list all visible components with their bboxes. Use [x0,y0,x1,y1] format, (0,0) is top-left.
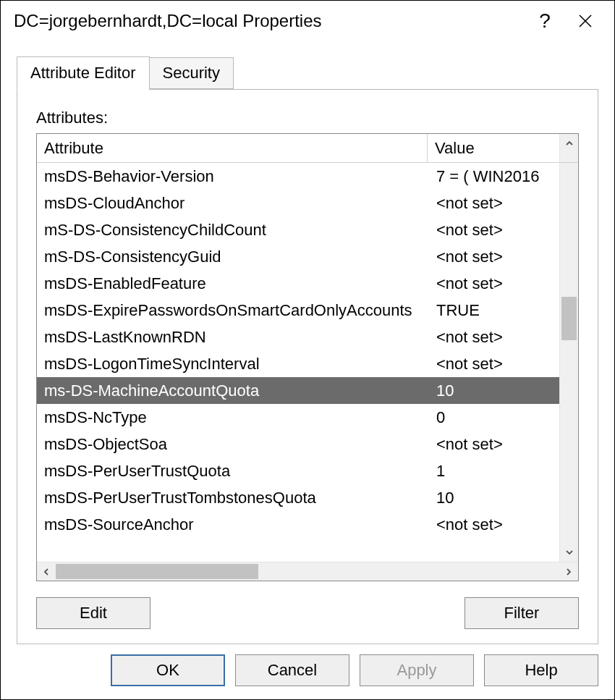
chevron-right-icon [564,568,573,576]
cell-attribute: msDS-LogonTimeSyncInterval [37,355,432,374]
cell-attribute: msDS-NcType [37,408,432,427]
column-header-value[interactable]: Value [428,134,559,163]
chevron-left-icon [42,568,51,576]
table-row[interactable]: msDS-PerUserTrustTombstonesQuota10 [37,484,559,511]
cell-value: <not set> [432,328,559,347]
button-label: Apply [396,661,436,680]
table-row[interactable]: ms-DS-MachineAccountQuota10 [37,377,559,404]
tab-security[interactable]: Security [149,57,234,89]
column-header-attribute[interactable]: Attribute [37,134,428,163]
cell-value: <not set> [432,248,559,266]
cell-attribute: ms-DS-MachineAccountQuota [37,381,432,400]
cell-attribute: msDS-SourceAnchor [37,515,432,534]
table-row[interactable]: msDS-EnabledFeature<not set> [37,270,559,297]
attributes-label: Attributes: [36,109,579,127]
cell-value: <not set> [432,435,559,454]
cell-value: TRUE [432,301,559,320]
cancel-button[interactable]: Cancel [235,654,349,686]
cell-value: <not set> [432,515,559,534]
cell-value: <not set> [432,355,559,374]
button-label: Filter [504,604,540,623]
tabstrip: Attribute Editor Security [17,57,598,89]
cell-value: <not set> [432,274,559,293]
help-button[interactable]: ? [525,1,565,41]
cell-value: <not set> [432,194,559,213]
cell-attribute: mS-DS-ConsistencyChildCount [37,221,432,240]
scroll-down-button[interactable] [560,543,578,562]
cell-attribute: msDS-Behavior-Version [37,167,432,186]
list-header: Attribute Value [37,134,578,163]
tab-label: Security [163,64,220,83]
close-icon [578,14,593,28]
ok-button[interactable]: OK [111,654,225,686]
attribute-editor-panel: Attributes: Attribute Value msDS-Behavio… [17,89,598,644]
properties-dialog: DC=jorgebernhardt,DC=local Properties ? … [0,0,615,700]
cell-attribute: msDS-PerUserTrustQuota [37,462,432,481]
table-row[interactable]: msDS-PerUserTrustQuota1 [37,457,559,484]
horizontal-scrollbar[interactable] [37,562,578,581]
table-row[interactable]: msDS-Behavior-Version7 = ( WIN2016 [37,163,559,190]
tab-label: Attribute Editor [30,64,136,83]
scroll-left-button[interactable] [37,562,56,581]
list-body: msDS-Behavior-Version7 = ( WIN2016msDS-C… [37,163,559,562]
cell-attribute: msDS-PerUserTrustTombstonesQuota [37,489,432,507]
hscroll-thumb[interactable] [56,564,258,579]
scroll-up-button[interactable] [560,134,578,153]
apply-button[interactable]: Apply [360,654,474,686]
table-row[interactable]: msDS-CloudAnchor<not set> [37,190,559,216]
table-row[interactable]: mS-DS-ConsistencyGuid<not set> [37,243,559,270]
panel-button-row: Edit Filter [36,597,579,629]
table-row[interactable]: msDS-SourceAnchor<not set> [37,511,559,538]
close-button[interactable] [565,1,606,41]
tab-attribute-editor[interactable]: Attribute Editor [17,56,150,90]
scroll-right-button[interactable] [559,562,578,581]
list-body-wrap: msDS-Behavior-Version7 = ( WIN2016msDS-C… [37,163,578,562]
cell-value: 10 [432,489,559,507]
vscroll-track[interactable] [560,163,578,543]
button-label: Help [525,661,557,680]
table-row[interactable]: msDS-NcType0 [37,404,559,431]
tab-container: Attribute Editor Security Attributes: At… [1,41,614,644]
dialog-button-row: OK Cancel Apply Help [1,644,614,699]
cell-attribute: msDS-ObjectSoa [37,435,432,454]
window-title: DC=jorgebernhardt,DC=local Properties [14,11,525,31]
cell-attribute: msDS-ExpirePasswordsOnSmartCardOnlyAccou… [37,301,432,320]
table-row[interactable]: msDS-LastKnownRDN<not set> [37,324,559,350]
cell-attribute: mS-DS-ConsistencyGuid [37,248,432,266]
table-row[interactable]: mS-DS-ConsistencyChildCount<not set> [37,216,559,243]
cell-attribute: msDS-CloudAnchor [37,194,432,213]
table-row[interactable]: msDS-ExpirePasswordsOnSmartCardOnlyAccou… [37,297,559,324]
cell-value: 10 [432,381,559,400]
button-label: OK [156,661,179,680]
help-button[interactable]: Help [484,654,598,686]
titlebar: DC=jorgebernhardt,DC=local Properties ? [1,1,614,41]
cell-value: 7 = ( WIN2016 [432,167,559,186]
cell-attribute: msDS-EnabledFeature [37,274,432,293]
cell-value: <not set> [432,221,559,240]
filter-button[interactable]: Filter [465,597,579,629]
edit-button[interactable]: Edit [36,597,150,629]
cell-value: 1 [432,462,559,481]
button-label: Cancel [268,661,317,680]
chevron-down-icon [565,548,574,557]
button-label: Edit [80,604,107,623]
attributes-listview[interactable]: Attribute Value msDS-Behavior-Version7 =… [36,133,579,581]
vscroll-thumb[interactable] [561,297,577,340]
cell-attribute: msDS-LastKnownRDN [37,328,432,347]
vertical-scrollbar[interactable] [559,163,578,562]
chevron-up-icon [565,139,574,148]
table-row[interactable]: msDS-ObjectSoa<not set> [37,431,559,457]
table-row[interactable]: msDS-LogonTimeSyncInterval<not set> [37,350,559,377]
hscroll-track[interactable] [56,562,559,581]
cell-value: 0 [432,408,559,427]
